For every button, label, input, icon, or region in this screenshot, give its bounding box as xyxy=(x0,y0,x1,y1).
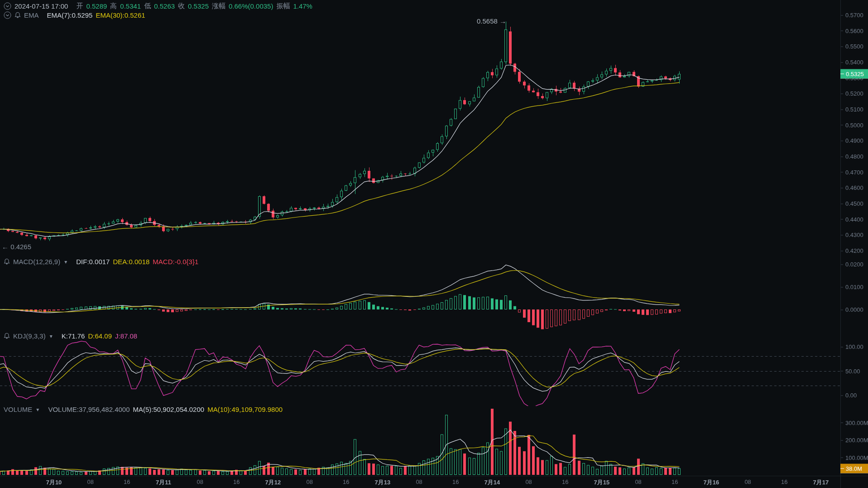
kdj-axis-label: 100.00 xyxy=(841,343,868,350)
kdj-axis-label: 0.00 xyxy=(841,392,868,399)
volume-axis-label: 200.00M xyxy=(841,437,868,444)
price-axis-label: 0.5100 xyxy=(841,106,868,113)
volume-name[interactable]: VOLUME xyxy=(4,406,32,413)
kdj-k-value: K:71.76 xyxy=(62,332,85,340)
time-axis-label: 7月16 xyxy=(704,478,719,487)
volume-ma5-value: MA(5):50,902,054.0200 xyxy=(133,406,205,413)
ema7-value: EMA(7):0.5295 xyxy=(47,11,93,19)
change-label: 涨幅 xyxy=(212,2,225,10)
high-price-annotation: 0.5658 → xyxy=(477,17,506,25)
last-price-value: 0.5325 xyxy=(846,71,864,77)
change-value: 0.66%(0.0035) xyxy=(229,2,273,10)
last-volume-value: 38.0M xyxy=(846,465,862,472)
chevron-down-icon[interactable]: ▾ xyxy=(63,259,68,265)
price-axis-label: 0.5000 xyxy=(841,121,868,128)
time-axis-label: 16 xyxy=(781,478,787,485)
price-axis-label: 0.4500 xyxy=(841,200,868,207)
price-axis-label: 0.5400 xyxy=(841,59,868,66)
low-price-annotation: ← 0.4265 xyxy=(2,243,31,251)
chevron-down-icon[interactable]: ▾ xyxy=(35,406,40,413)
chart-stage: 2024-07-15 17:00 开 0.5289 高 0.5341 低 0.5… xyxy=(0,0,868,488)
price-axis-label: 0.5600 xyxy=(841,27,868,34)
kdj-indicator-row: KDJ(9,3,3) ▾ K:71.76 D:64.09 J:87.08 xyxy=(4,332,137,340)
last-volume-badge: 38.0M xyxy=(840,464,868,474)
low-label: 低 xyxy=(144,2,151,10)
macd-axis-label: 0.0100 xyxy=(841,284,868,290)
price-axis-label: 0.5200 xyxy=(841,90,868,97)
time-axis-label: 08 xyxy=(306,478,312,485)
time-axis-label: 08 xyxy=(87,478,93,485)
time-axis-label: 08 xyxy=(416,478,422,485)
kdj-name[interactable]: KDJ(9,3,3) xyxy=(13,332,46,340)
ema-name[interactable]: EMA xyxy=(24,11,39,19)
badge-tick xyxy=(840,74,844,74)
badge-tick xyxy=(840,469,844,469)
alert-bell-icon[interactable] xyxy=(4,333,10,339)
time-axis-label: 7月14 xyxy=(484,478,500,487)
close-label: 收 xyxy=(178,2,185,10)
price-axis-label: 0.4600 xyxy=(841,184,868,191)
volume-value: VOLUME:37,956,482.4000 xyxy=(48,406,129,413)
high-value: 0.5341 xyxy=(120,2,141,10)
ohlc-header: 2024-07-15 17:00 开 0.5289 高 0.5341 低 0.5… xyxy=(4,2,312,10)
chart-canvas[interactable] xyxy=(0,0,868,488)
time-axis-label: 7月10 xyxy=(46,478,62,487)
macd-dif-value: DIF:0.0017 xyxy=(76,258,110,266)
price-axis-label: 0.4200 xyxy=(841,247,868,254)
ema30-value: EMA(30):0.5261 xyxy=(96,11,145,19)
price-axis-label: 0.4700 xyxy=(841,169,868,175)
time-axis-label: 7月12 xyxy=(265,478,281,487)
price-axis-label: 0.4300 xyxy=(841,232,868,238)
x-axis-separator xyxy=(0,476,868,476)
close-value: 0.5325 xyxy=(188,2,209,10)
time-axis-label: 16 xyxy=(562,478,568,485)
collapse-circle-icon[interactable] xyxy=(4,2,11,10)
time-axis-label: 08 xyxy=(744,478,751,485)
price-axis-label: 0.4400 xyxy=(841,216,868,222)
time-axis-label: 16 xyxy=(233,478,240,485)
volume-axis-label: 100.00M xyxy=(841,454,868,461)
kdj-d-value: D:64.09 xyxy=(88,332,112,340)
macd-indicator-row: MACD(12,26,9) ▾ DIF:0.0017 DEA:0.0018 MA… xyxy=(4,258,198,266)
open-label: 开 xyxy=(76,2,83,10)
macd-axis-label: 0.0000 xyxy=(841,306,868,313)
open-value: 0.5289 xyxy=(86,2,107,10)
amplitude-value: 1.47% xyxy=(293,2,312,10)
time-axis-label: 08 xyxy=(197,478,203,485)
price-axis-label: 0.4900 xyxy=(841,137,868,144)
time-axis-label: 7月17 xyxy=(813,478,829,487)
time-axis-label: 16 xyxy=(671,478,678,485)
macd-dea-value: DEA:0.0018 xyxy=(113,258,149,266)
time-axis-label: 7月13 xyxy=(375,478,391,487)
ema-indicator-row: EMA EMA(7):0.5295 EMA(30):0.5261 xyxy=(4,11,145,19)
macd-axis-label: 0.0200 xyxy=(841,261,868,268)
volume-indicator-row: VOLUME ▾ VOLUME:37,956,482.4000 MA(5):50… xyxy=(4,406,283,413)
low-value: 0.5263 xyxy=(154,2,175,10)
time-axis-label: 7月15 xyxy=(594,478,610,487)
chevron-down-icon[interactable]: ▾ xyxy=(49,333,53,339)
alert-bell-icon[interactable] xyxy=(4,258,10,265)
kdj-j-value: J:87.08 xyxy=(115,332,137,340)
time-axis-label: 16 xyxy=(343,478,349,485)
macd-name[interactable]: MACD(12,26,9) xyxy=(13,258,60,266)
time-axis-label: 08 xyxy=(635,478,641,485)
volume-axis-label: 300.00M xyxy=(841,419,868,426)
time-axis-label: 08 xyxy=(525,478,532,485)
alert-bell-icon[interactable] xyxy=(14,12,21,19)
kdj-axis-label: 50.00 xyxy=(841,367,868,374)
high-label: 高 xyxy=(110,2,117,10)
volume-ma10-value: MA(10):49,109,709.9800 xyxy=(207,406,283,413)
time-axis-label: 7月11 xyxy=(156,478,171,487)
macd-hist-value: MACD:-0.0{3}1 xyxy=(153,258,198,266)
price-axis-label: 0.4800 xyxy=(841,153,868,160)
time-axis-label: 16 xyxy=(452,478,459,485)
time-axis-label: 16 xyxy=(124,478,130,485)
last-price-badge: 0.5325 xyxy=(840,69,868,79)
price-axis-label: 0.5500 xyxy=(841,43,868,50)
price-axis-label: 0.5700 xyxy=(841,12,868,19)
amplitude-label: 振幅 xyxy=(276,2,290,10)
collapse-circle-icon[interactable] xyxy=(4,11,11,19)
candle-datetime: 2024-07-15 17:00 xyxy=(14,2,68,10)
